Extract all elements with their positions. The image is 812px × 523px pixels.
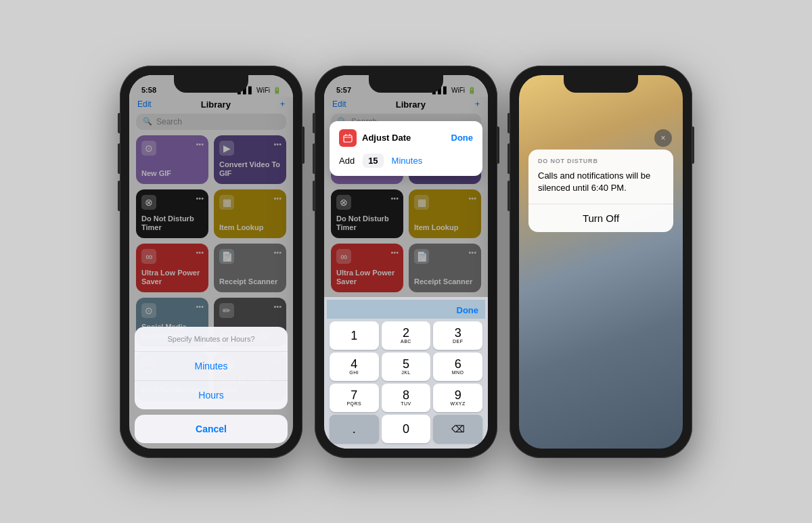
key-3[interactable]: 3 DEF xyxy=(433,321,482,350)
key-6[interactable]: 6 MNO xyxy=(433,353,482,381)
numpad-done-button[interactable]: Done xyxy=(457,305,479,315)
key-4[interactable]: 4 GHI xyxy=(330,353,379,381)
key-9[interactable]: 9 WXYZ xyxy=(433,384,482,412)
dialog-value-row: Add 15 Minutes xyxy=(339,154,473,168)
dialog-value[interactable]: 15 xyxy=(363,154,383,168)
notch-1 xyxy=(174,75,248,93)
dialog-unit[interactable]: Minutes xyxy=(392,156,423,166)
adjust-date-dialog: Adjust Date Done Add 15 Minutes xyxy=(330,121,482,176)
key-dot[interactable]: . xyxy=(330,415,379,443)
hours-option[interactable]: Hours xyxy=(135,381,288,409)
numpad-grid: 1 2 ABC 3 DEF 4 GHI xyxy=(327,319,485,446)
dialog-header: Adjust Date Done xyxy=(339,129,473,147)
phone-3: × DO NOT DISTURB Calls and notifications… xyxy=(510,66,692,458)
dialog-done-btn[interactable]: Done xyxy=(451,133,474,143)
dialog-add-label: Add xyxy=(339,156,355,166)
turn-off-button[interactable]: Turn Off xyxy=(528,204,673,232)
key-0[interactable]: 0 xyxy=(382,415,431,443)
phone-2-screen: 5:57 ▋▋▋ WiFi 🔋 Edit Library + 🔍 Search xyxy=(324,75,488,449)
dnd-header: DO NOT DISTURB xyxy=(528,150,673,167)
dnd-card: DO NOT DISTURB Calls and notifications w… xyxy=(528,150,673,232)
dialog-icon xyxy=(339,129,357,147)
phone-2: 5:57 ▋▋▋ WiFi 🔋 Edit Library + 🔍 Search xyxy=(315,66,497,458)
phone-3-screen: × DO NOT DISTURB Calls and notifications… xyxy=(519,75,683,449)
action-sheet-1: Specify Minutes or Hours? Minutes Hours … xyxy=(129,327,293,449)
notch-3 xyxy=(564,75,638,93)
action-sheet-title-1: Specify Minutes or Hours? xyxy=(135,327,288,352)
numpad-done-bar: Done xyxy=(327,300,485,319)
dnd-body: Calls and notifications will be silenced… xyxy=(528,167,673,204)
adjust-date-overlay: Adjust Date Done Add 15 Minutes Done xyxy=(324,97,488,449)
close-icon: × xyxy=(660,133,665,143)
key-backspace[interactable]: ⌫ xyxy=(433,415,482,443)
numpad-area: Done 1 2 ABC 3 DEF xyxy=(324,297,488,449)
action-sheet-content-1: Specify Minutes or Hours? Minutes Hours xyxy=(135,327,288,409)
phone-1-screen: 5:58 ▋▋▋ WiFi 🔋 Edit Library + 🔍 Search xyxy=(129,75,293,449)
dialog-title: Adjust Date xyxy=(362,133,451,143)
svg-rect-0 xyxy=(344,135,352,142)
key-2[interactable]: 2 ABC xyxy=(382,321,431,350)
cancel-button-1[interactable]: Cancel xyxy=(135,415,288,443)
key-7[interactable]: 7 PQRS xyxy=(330,384,379,412)
key-8[interactable]: 8 TUV xyxy=(382,384,431,412)
dnd-close-button[interactable]: × xyxy=(654,129,672,147)
minutes-option[interactable]: Minutes xyxy=(135,352,288,381)
notch-2 xyxy=(369,75,443,93)
key-5[interactable]: 5 JKL xyxy=(382,353,431,381)
phone-1: 5:58 ▋▋▋ WiFi 🔋 Edit Library + 🔍 Search xyxy=(120,66,302,458)
key-1[interactable]: 1 xyxy=(330,321,379,350)
